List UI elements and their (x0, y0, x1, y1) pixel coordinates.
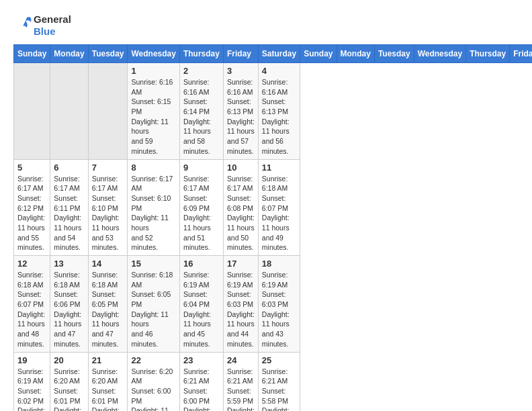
calendar-cell: 25Sunrise: 6:21 AM Sunset: 5:58 PM Dayli… (258, 352, 300, 411)
header-sunday: Sunday (14, 45, 50, 63)
header-friday: Friday (510, 45, 532, 63)
day-number: 2 (183, 66, 220, 76)
day-info: Sunrise: 6:17 AM Sunset: 6:08 PM Dayligh… (227, 174, 255, 253)
day-number: 1 (131, 66, 175, 76)
calendar-cell: 19Sunrise: 6:19 AM Sunset: 6:02 PM Dayli… (14, 352, 50, 411)
day-info: Sunrise: 6:21 AM Sunset: 6:00 PM Dayligh… (183, 367, 220, 412)
day-info: Sunrise: 6:19 AM Sunset: 6:03 PM Dayligh… (227, 270, 255, 349)
header-wednesday: Wednesday (128, 45, 179, 63)
calendar-cell (88, 63, 128, 160)
day-info: Sunrise: 6:20 AM Sunset: 6:01 PM Dayligh… (54, 367, 84, 412)
header-wednesday: Wednesday (414, 45, 466, 63)
day-info: Sunrise: 6:18 AM Sunset: 6:07 PM Dayligh… (17, 270, 46, 349)
day-info: Sunrise: 6:17 AM Sunset: 6:12 PM Dayligh… (17, 174, 46, 253)
day-number: 24 (227, 355, 255, 365)
calendar-cell: 24Sunrise: 6:21 AM Sunset: 5:59 PM Dayli… (223, 352, 258, 411)
calendar-cell: 21Sunrise: 6:20 AM Sunset: 6:01 PM Dayli… (88, 352, 128, 411)
calendar-cell: 23Sunrise: 6:21 AM Sunset: 6:00 PM Dayli… (179, 352, 223, 411)
day-number: 20 (54, 355, 84, 365)
day-number: 8 (131, 163, 175, 173)
logo-line1: General (34, 13, 71, 26)
day-number: 6 (54, 163, 84, 173)
calendar-cell: 16Sunrise: 6:19 AM Sunset: 6:04 PM Dayli… (179, 256, 223, 353)
day-info: Sunrise: 6:17 AM Sunset: 6:10 PM Dayligh… (92, 174, 124, 253)
day-info: Sunrise: 6:18 AM Sunset: 6:07 PM Dayligh… (262, 174, 296, 253)
day-info: Sunrise: 6:17 AM Sunset: 6:09 PM Dayligh… (183, 174, 220, 253)
day-number: 9 (183, 163, 220, 173)
day-number: 15 (131, 259, 175, 269)
calendar-cell: 6Sunrise: 6:17 AM Sunset: 6:11 PM Daylig… (50, 159, 88, 256)
day-number: 18 (262, 259, 296, 269)
calendar-cell: 18Sunrise: 6:19 AM Sunset: 6:03 PM Dayli… (258, 256, 300, 353)
day-info: Sunrise: 6:16 AM Sunset: 6:15 PM Dayligh… (131, 77, 175, 156)
day-number: 19 (17, 355, 46, 365)
day-info: Sunrise: 6:21 AM Sunset: 5:59 PM Dayligh… (227, 367, 255, 412)
day-info: Sunrise: 6:20 AM Sunset: 6:01 PM Dayligh… (92, 367, 124, 412)
calendar-cell: 12Sunrise: 6:18 AM Sunset: 6:07 PM Dayli… (14, 256, 50, 353)
day-number: 16 (183, 259, 220, 269)
day-info: Sunrise: 6:16 AM Sunset: 6:14 PM Dayligh… (183, 77, 220, 156)
calendar-cell (50, 63, 88, 160)
calendar-cell: 13Sunrise: 6:18 AM Sunset: 6:06 PM Dayli… (50, 256, 88, 353)
calendar-header-row: SundayMondayTuesdayWednesdayThursdayFrid… (14, 45, 533, 63)
day-number: 10 (227, 163, 255, 173)
logo-text: General Blue (34, 13, 71, 38)
day-number: 21 (92, 355, 124, 365)
header-tuesday: Tuesday (374, 45, 414, 63)
day-info: Sunrise: 6:18 AM Sunset: 6:05 PM Dayligh… (92, 270, 124, 349)
day-number: 17 (227, 259, 255, 269)
day-number: 3 (227, 66, 255, 76)
day-number: 12 (17, 259, 46, 269)
header-thursday: Thursday (179, 45, 223, 63)
header-sunday: Sunday (300, 45, 337, 63)
calendar-cell (14, 63, 50, 160)
calendar-cell: 20Sunrise: 6:20 AM Sunset: 6:01 PM Dayli… (50, 352, 88, 411)
day-info: Sunrise: 6:18 AM Sunset: 6:06 PM Dayligh… (54, 270, 84, 349)
calendar-cell: 14Sunrise: 6:18 AM Sunset: 6:05 PM Dayli… (88, 256, 128, 353)
day-number: 5 (17, 163, 46, 173)
calendar-cell: 5Sunrise: 6:17 AM Sunset: 6:12 PM Daylig… (14, 159, 50, 256)
week-row-2: 5Sunrise: 6:17 AM Sunset: 6:12 PM Daylig… (14, 159, 533, 256)
day-number: 7 (92, 163, 124, 173)
day-info: Sunrise: 6:17 AM Sunset: 6:10 PM Dayligh… (131, 174, 175, 253)
page-header: General Blue (13, 13, 519, 38)
day-number: 22 (131, 355, 175, 365)
calendar-cell: 10Sunrise: 6:17 AM Sunset: 6:08 PM Dayli… (223, 159, 258, 256)
calendar-cell: 2Sunrise: 6:16 AM Sunset: 6:14 PM Daylig… (179, 63, 223, 160)
calendar-cell: 8Sunrise: 6:17 AM Sunset: 6:10 PM Daylig… (128, 159, 179, 256)
header-thursday: Thursday (466, 45, 510, 63)
week-row-3: 12Sunrise: 6:18 AM Sunset: 6:07 PM Dayli… (14, 256, 533, 353)
day-info: Sunrise: 6:18 AM Sunset: 6:05 PM Dayligh… (131, 270, 175, 349)
day-number: 13 (54, 259, 84, 269)
header-tuesday: Tuesday (88, 45, 128, 63)
calendar-cell: 7Sunrise: 6:17 AM Sunset: 6:10 PM Daylig… (88, 159, 128, 256)
day-info: Sunrise: 6:16 AM Sunset: 6:13 PM Dayligh… (262, 77, 296, 156)
calendar-cell: 22Sunrise: 6:20 AM Sunset: 6:00 PM Dayli… (128, 352, 179, 411)
day-info: Sunrise: 6:20 AM Sunset: 6:00 PM Dayligh… (131, 367, 175, 412)
logo-container: General Blue (13, 13, 71, 38)
calendar-cell: 17Sunrise: 6:19 AM Sunset: 6:03 PM Dayli… (223, 256, 258, 353)
day-number: 4 (262, 66, 296, 76)
calendar-cell: 15Sunrise: 6:18 AM Sunset: 6:05 PM Dayli… (128, 256, 179, 353)
calendar-cell: 9Sunrise: 6:17 AM Sunset: 6:09 PM Daylig… (179, 159, 223, 256)
day-number: 23 (183, 355, 220, 365)
calendar-cell: 3Sunrise: 6:16 AM Sunset: 6:13 PM Daylig… (223, 63, 258, 160)
header-saturday: Saturday (258, 45, 300, 63)
day-info: Sunrise: 6:19 AM Sunset: 6:02 PM Dayligh… (17, 367, 46, 412)
week-row-1: 1Sunrise: 6:16 AM Sunset: 6:15 PM Daylig… (14, 63, 533, 160)
day-number: 14 (92, 259, 124, 269)
header-monday: Monday (50, 45, 88, 63)
day-info: Sunrise: 6:17 AM Sunset: 6:11 PM Dayligh… (54, 174, 84, 253)
day-info: Sunrise: 6:21 AM Sunset: 5:58 PM Dayligh… (262, 367, 296, 412)
logo: General Blue (13, 13, 71, 38)
calendar-cell: 4Sunrise: 6:16 AM Sunset: 6:13 PM Daylig… (258, 63, 300, 160)
logo-bird-icon (13, 14, 34, 38)
calendar-table: SundayMondayTuesdayWednesdayThursdayFrid… (13, 44, 532, 411)
logo-line2: Blue (34, 26, 71, 38)
week-row-4: 19Sunrise: 6:19 AM Sunset: 6:02 PM Dayli… (14, 352, 533, 411)
day-number: 25 (262, 355, 296, 365)
calendar-cell: 1Sunrise: 6:16 AM Sunset: 6:15 PM Daylig… (128, 63, 179, 160)
header-friday: Friday (223, 45, 258, 63)
day-info: Sunrise: 6:19 AM Sunset: 6:03 PM Dayligh… (262, 270, 296, 349)
calendar-cell: 11Sunrise: 6:18 AM Sunset: 6:07 PM Dayli… (258, 159, 300, 256)
